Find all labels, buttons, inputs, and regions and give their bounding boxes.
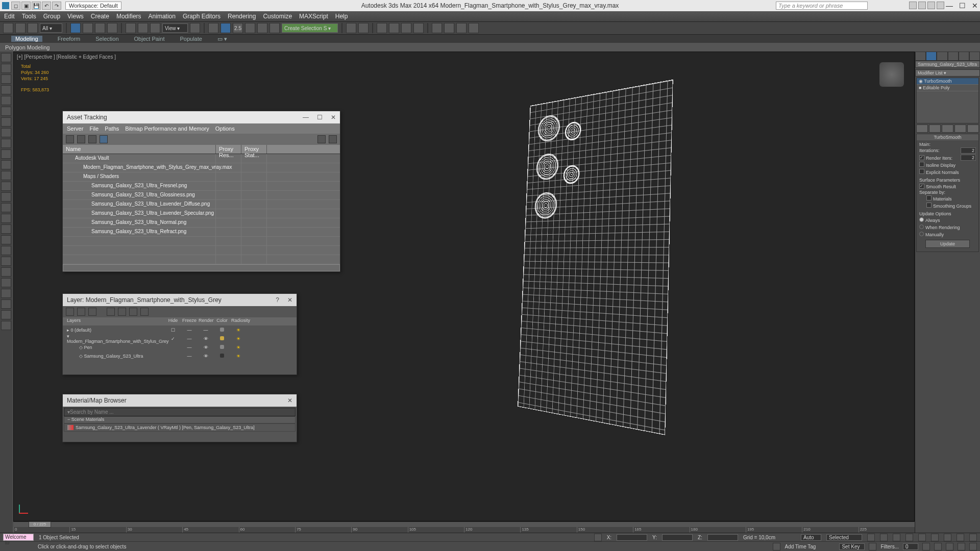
menu-create[interactable]: Create bbox=[91, 13, 109, 20]
layer-row[interactable]: ◇ Pen—👁☀ bbox=[63, 343, 297, 352]
open-icon[interactable]: ▣ bbox=[21, 2, 31, 10]
nav-icon[interactable] bbox=[969, 543, 977, 550]
nav-icon[interactable] bbox=[957, 534, 964, 541]
x-field[interactable] bbox=[617, 534, 647, 541]
time-slider-knob[interactable]: 0 / 225 bbox=[29, 521, 51, 528]
tool-icon[interactable] bbox=[1, 53, 11, 62]
tool-icon[interactable] bbox=[1, 299, 11, 309]
redo-icon[interactable]: ↷ bbox=[52, 2, 61, 10]
menu-edit[interactable]: Edit bbox=[4, 13, 15, 20]
viewport-label[interactable]: [+] [Perspective ] [Realistic + Edged Fa… bbox=[17, 54, 116, 60]
help-search-input[interactable]: Type a keyword or phrase bbox=[776, 2, 868, 10]
menu-help[interactable]: Help bbox=[335, 13, 348, 20]
radio[interactable] bbox=[919, 224, 924, 229]
angle-snap-icon[interactable]: 2.5 bbox=[233, 23, 243, 33]
select-icon[interactable] bbox=[70, 23, 81, 33]
radio[interactable] bbox=[919, 217, 924, 222]
exchange-icon[interactable] bbox=[918, 2, 926, 9]
delete-layer-icon[interactable] bbox=[77, 308, 85, 316]
time-slider[interactable]: 0 / 225 bbox=[13, 522, 915, 527]
remove-mod-icon[interactable] bbox=[954, 124, 966, 133]
tab-populate[interactable]: Populate bbox=[180, 36, 202, 42]
snap-icon[interactable] bbox=[220, 23, 231, 33]
tool-icon[interactable] bbox=[1, 289, 11, 298]
tool-icon[interactable] bbox=[1, 278, 11, 287]
frame-field[interactable]: 0 bbox=[903, 543, 918, 550]
menu-options[interactable]: Options bbox=[215, 126, 235, 132]
menu-modifiers[interactable]: Modifiers bbox=[116, 13, 141, 20]
panel-titlebar[interactable]: Material/Map Browser ✕ bbox=[63, 394, 297, 407]
tb-icon[interactable] bbox=[329, 135, 337, 143]
checkbox[interactable] bbox=[919, 184, 924, 189]
table-row[interactable]: Autodesk Vault bbox=[63, 154, 340, 163]
minimize-icon[interactable]: — bbox=[946, 2, 953, 10]
tb-icon[interactable] bbox=[317, 135, 326, 143]
table-row[interactable]: Samsung_Galaxy_S23_Ultra_Lavender_Diffus… bbox=[63, 200, 340, 209]
timeconfig-icon[interactable] bbox=[922, 543, 930, 550]
edit-named-icon[interactable] bbox=[270, 23, 280, 33]
tool-icon[interactable] bbox=[1, 85, 11, 94]
checkbox[interactable] bbox=[926, 203, 932, 208]
mirror-icon[interactable] bbox=[346, 23, 356, 33]
nav-icon[interactable] bbox=[946, 543, 953, 550]
checkbox[interactable] bbox=[926, 195, 932, 201]
render-setup-icon[interactable] bbox=[432, 23, 442, 33]
nav-icon[interactable] bbox=[969, 534, 977, 541]
favorite-icon[interactable] bbox=[927, 2, 935, 9]
menu-customize[interactable]: Customize bbox=[263, 13, 292, 20]
material-editor-icon[interactable] bbox=[413, 23, 424, 33]
table-row[interactable]: Samsung_Galaxy_S23_Ultra_Lavender_Specul… bbox=[63, 209, 340, 218]
maximize-icon[interactable]: ☐ bbox=[317, 114, 323, 121]
layer-row[interactable]: ▸ 0 (default)☐——☀ bbox=[63, 325, 297, 334]
tool-icon[interactable] bbox=[1, 203, 11, 212]
close-icon[interactable]: ✕ bbox=[287, 397, 292, 404]
tool-icon[interactable] bbox=[1, 171, 11, 180]
percent-snap-icon[interactable] bbox=[245, 23, 255, 33]
tb-icon[interactable] bbox=[129, 308, 137, 316]
tool-icon[interactable] bbox=[1, 139, 11, 148]
selection-filter[interactable]: All ▾ bbox=[40, 23, 62, 33]
tool-icon[interactable] bbox=[1, 117, 11, 127]
pin-stack-icon[interactable] bbox=[916, 124, 928, 133]
timetag-label[interactable]: Add Time Tag bbox=[785, 544, 816, 549]
y-field[interactable] bbox=[662, 534, 693, 541]
menu-bitmap[interactable]: Bitmap Performance and Memory bbox=[125, 126, 209, 132]
curve-editor-icon[interactable] bbox=[389, 23, 399, 33]
tool-icon[interactable] bbox=[1, 74, 11, 84]
keyfilter-dropdown[interactable]: Selected bbox=[826, 534, 862, 541]
menu-tools[interactable]: Tools bbox=[22, 13, 36, 20]
ribbon-expand-icon[interactable]: ▭ ▾ bbox=[217, 36, 227, 42]
tab-freeform[interactable]: Freeform bbox=[58, 36, 81, 42]
tb-icon[interactable] bbox=[77, 135, 85, 143]
bind-icon[interactable] bbox=[28, 23, 38, 33]
pivot-icon[interactable] bbox=[190, 23, 200, 33]
modifier-item[interactable]: ◉ TurboSmooth bbox=[917, 78, 978, 85]
make-unique-icon[interactable] bbox=[942, 124, 953, 133]
table-row[interactable]: Samsung_Galaxy_S23_Ultra_Glossiness.png bbox=[63, 191, 340, 200]
material-search-input[interactable]: ▾ Search by Name ... bbox=[64, 408, 296, 416]
table-row[interactable]: Samsung_Galaxy_S23_Ultra_Fresnel.png bbox=[63, 182, 340, 191]
save-icon[interactable]: 💾 bbox=[32, 2, 41, 10]
tab-objectpaint[interactable]: Object Paint bbox=[134, 36, 165, 42]
tool-icon[interactable] bbox=[1, 64, 11, 73]
prev-frame-icon[interactable] bbox=[880, 534, 888, 541]
tb-icon[interactable] bbox=[118, 308, 126, 316]
timeline[interactable]: 0 / 225 01530456075901051201351501651801… bbox=[13, 521, 915, 533]
tb-icon[interactable] bbox=[100, 135, 108, 143]
iterations-spinner[interactable]: 2 bbox=[961, 147, 976, 154]
render-icon[interactable] bbox=[456, 23, 467, 33]
tool-icon[interactable] bbox=[1, 128, 11, 137]
new-icon[interactable]: ◻ bbox=[11, 2, 20, 10]
tb-icon[interactable] bbox=[88, 135, 96, 143]
menu-maxscript[interactable]: MAXScript bbox=[299, 13, 328, 20]
checkbox[interactable] bbox=[919, 155, 924, 160]
tool-icon[interactable] bbox=[1, 107, 11, 116]
tool-icon[interactable] bbox=[1, 246, 11, 255]
new-layer-icon[interactable] bbox=[66, 308, 74, 316]
nav-icon[interactable] bbox=[931, 534, 939, 541]
nav-icon[interactable] bbox=[934, 543, 942, 550]
menu-views[interactable]: Views bbox=[67, 13, 84, 20]
menu-rendering[interactable]: Rendering bbox=[228, 13, 256, 20]
signin-icon[interactable] bbox=[909, 2, 917, 9]
lock-icon[interactable] bbox=[594, 534, 602, 541]
